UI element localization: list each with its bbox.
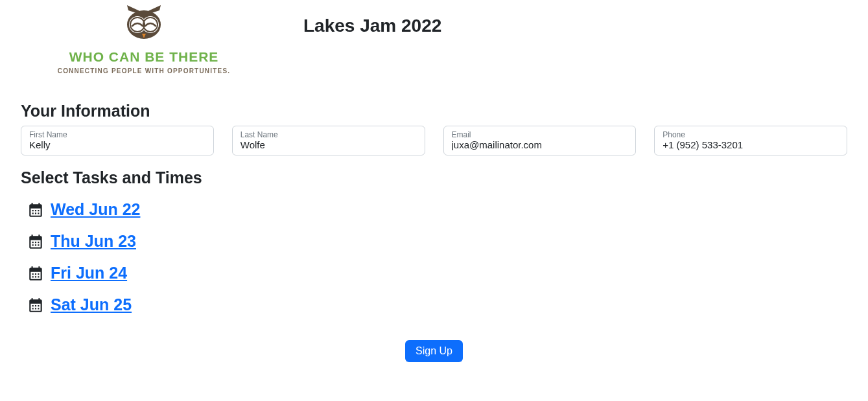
date-list: Wed Jun 22 Thu Jun 23 Fri Jun 24 Sat Jun… — [21, 200, 847, 314]
calendar-icon — [27, 265, 44, 282]
date-row: Sat Jun 25 — [27, 295, 847, 314]
first-name-field[interactable] — [29, 139, 205, 150]
header: WHO CAN BE THERE CONNECTING PEOPLE WITH … — [21, 0, 847, 74]
last-name-group[interactable]: Last Name — [232, 126, 425, 155]
date-link-sat-jun-25[interactable]: Sat Jun 25 — [51, 295, 132, 314]
email-group[interactable]: Email — [443, 126, 637, 155]
phone-group[interactable]: Phone — [654, 126, 847, 155]
email-label: Email — [452, 130, 628, 139]
phone-field[interactable] — [663, 139, 839, 150]
signup-container: Sign Up — [21, 340, 847, 362]
email-field[interactable] — [452, 139, 628, 150]
first-name-group[interactable]: First Name — [21, 126, 214, 155]
date-row: Fri Jun 24 — [27, 264, 847, 282]
phone-label: Phone — [663, 130, 839, 139]
page-title: Lakes Jam 2022 — [267, 3, 441, 36]
logo-main-text: WHO CAN BE THERE — [21, 49, 267, 65]
signup-button[interactable]: Sign Up — [405, 340, 463, 362]
date-row: Wed Jun 22 — [27, 200, 847, 219]
form-row: First Name Last Name Email Phone — [21, 126, 847, 155]
date-link-wed-jun-22[interactable]: Wed Jun 22 — [51, 200, 140, 219]
date-link-fri-jun-24[interactable]: Fri Jun 24 — [51, 264, 127, 282]
select-tasks-heading: Select Tasks and Times — [21, 168, 847, 187]
calendar-icon — [27, 201, 44, 218]
logo-tagline: CONNECTING PEOPLE WITH OPPORTUNITES. — [21, 67, 267, 74]
owl-icon — [121, 3, 167, 45]
calendar-icon — [27, 233, 44, 250]
first-name-label: First Name — [29, 130, 205, 139]
last-name-label: Last Name — [240, 130, 417, 139]
logo: WHO CAN BE THERE CONNECTING PEOPLE WITH … — [21, 3, 267, 74]
calendar-icon — [27, 297, 44, 314]
your-information-heading: Your Information — [21, 102, 847, 120]
last-name-field[interactable] — [240, 139, 417, 150]
date-row: Thu Jun 23 — [27, 232, 847, 251]
date-link-thu-jun-23[interactable]: Thu Jun 23 — [51, 232, 136, 251]
